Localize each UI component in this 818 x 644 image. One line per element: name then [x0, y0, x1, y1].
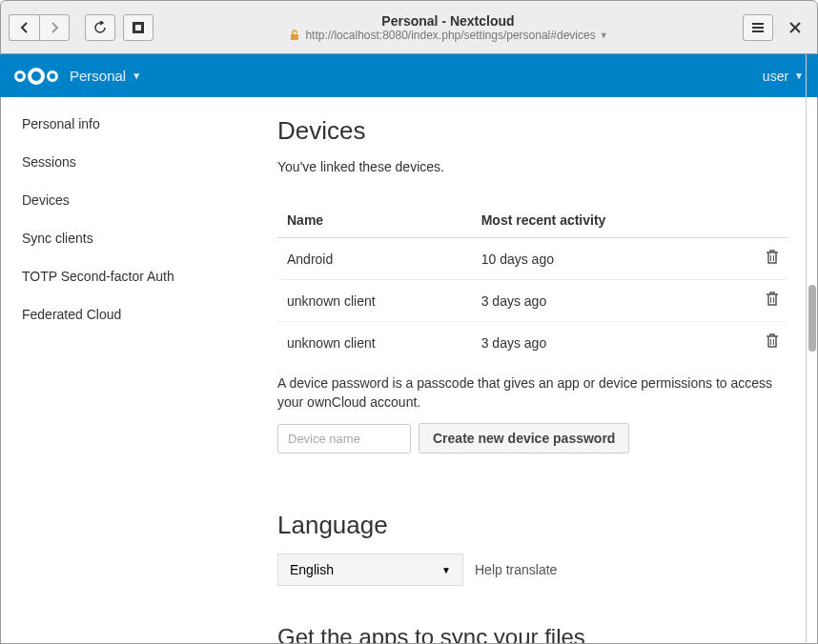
device-name-cell: unknown client: [277, 280, 472, 322]
close-window-button[interactable]: [781, 14, 809, 41]
device-activity-cell: 3 days ago: [472, 322, 727, 364]
section-dropdown[interactable]: Personal ▼: [70, 68, 141, 84]
sidebar-item-label: Personal info: [22, 116, 100, 131]
device-name-input[interactable]: [277, 424, 411, 453]
main-content: Devices You've linked these devices. Nam…: [249, 97, 817, 643]
sidebar-item-totp[interactable]: TOTP Second-factor Auth: [1, 257, 248, 295]
delete-device-button[interactable]: [766, 250, 779, 265]
delete-device-button[interactable]: [766, 292, 779, 307]
device-activity-cell: 3 days ago: [472, 280, 727, 322]
language-selected: English: [290, 562, 334, 577]
browser-right-controls: [743, 14, 809, 41]
trash-icon: [766, 292, 779, 307]
sidebar-item-label: Federated Cloud: [22, 307, 121, 322]
hamburger-menu-button[interactable]: [743, 14, 773, 41]
app-body: Personal info Sessions Devices Sync clie…: [0, 97, 818, 644]
insecure-lock-icon: [288, 29, 301, 42]
sidebar-item-sessions[interactable]: Sessions: [1, 143, 248, 181]
apps-section-title: Get the apps to sync your files: [277, 624, 788, 643]
scrollbar-track[interactable]: [806, 54, 818, 644]
home-icon: [132, 21, 145, 34]
create-device-password-button[interactable]: Create new device password: [419, 423, 629, 453]
devices-subtitle: You've linked these devices.: [277, 159, 788, 174]
url-bar[interactable]: http://localhost:8080/index.php/settings…: [288, 29, 607, 42]
sidebar-item-sync-clients[interactable]: Sync clients: [1, 219, 248, 257]
section-label: Personal: [70, 68, 126, 84]
col-header-action: [727, 203, 788, 238]
chevron-down-icon: ▼: [441, 565, 451, 575]
sidebar-item-federated-cloud[interactable]: Federated Cloud: [1, 295, 248, 333]
browser-chrome: Personal - Nextcloud http://localhost:80…: [0, 0, 818, 54]
svg-rect-1: [135, 25, 141, 30]
window-title: Personal - Nextcloud: [381, 13, 514, 29]
language-title: Language: [277, 511, 788, 540]
trash-icon: [766, 250, 779, 265]
sidebar-item-label: Devices: [22, 192, 70, 208]
chevron-down-icon: ▼: [132, 70, 141, 81]
hamburger-icon: [751, 22, 765, 33]
devices-table: Name Most recent activity Android10 days…: [277, 203, 788, 363]
device-name-cell: Android: [277, 238, 472, 280]
nextcloud-logo[interactable]: [14, 68, 58, 85]
reload-button[interactable]: [85, 14, 115, 41]
sidebar-item-personal-info[interactable]: Personal info: [1, 105, 248, 143]
app-header: Personal ▼ user ▼: [0, 54, 818, 97]
sidebar-item-label: Sessions: [22, 154, 76, 170]
device-name-cell: unknown client: [277, 322, 472, 364]
scrollbar-thumb[interactable]: [808, 285, 816, 352]
table-row: unknown client3 days ago: [277, 280, 788, 322]
col-header-name: Name: [277, 203, 472, 238]
browser-nav-group: [9, 14, 70, 41]
device-activity-cell: 10 days ago: [472, 238, 727, 280]
trash-icon: [766, 333, 779, 349]
home-button[interactable]: [123, 14, 153, 41]
chevron-right-icon: [50, 22, 59, 33]
sidebar-item-label: TOTP Second-factor Auth: [22, 269, 174, 284]
language-select[interactable]: English ▼: [277, 553, 463, 586]
reload-icon: [93, 21, 107, 34]
language-row: English ▼ Help translate: [277, 553, 788, 586]
device-form: Create new device password: [277, 423, 788, 453]
chevron-left-icon: [20, 22, 30, 33]
delete-device-button[interactable]: [766, 333, 779, 349]
device-password-note: A device password is a passcode that giv…: [277, 374, 788, 412]
svg-rect-2: [291, 34, 298, 40]
chevron-down-icon: ▼: [794, 70, 804, 81]
forward-button[interactable]: [39, 14, 70, 41]
close-icon: [789, 22, 801, 33]
table-row: Android10 days ago: [277, 238, 788, 280]
devices-title: Devices: [277, 116, 788, 146]
url-text: http://localhost:8080/index.php/settings…: [305, 29, 595, 42]
sidebar-item-devices[interactable]: Devices: [1, 181, 248, 219]
col-header-activity: Most recent activity: [472, 203, 727, 238]
sidebar-item-label: Sync clients: [22, 231, 93, 246]
logo-area: Personal ▼: [14, 68, 141, 85]
help-translate-link[interactable]: Help translate: [475, 562, 557, 577]
user-menu[interactable]: user ▼: [763, 69, 804, 84]
back-button[interactable]: [9, 14, 39, 41]
browser-title-area: Personal - Nextcloud http://localhost:80…: [153, 13, 743, 42]
table-row: unknown client3 days ago: [277, 322, 788, 364]
sidebar: Personal info Sessions Devices Sync clie…: [1, 97, 249, 643]
url-dropdown-icon[interactable]: ▼: [600, 30, 608, 40]
user-label: user: [763, 69, 788, 84]
